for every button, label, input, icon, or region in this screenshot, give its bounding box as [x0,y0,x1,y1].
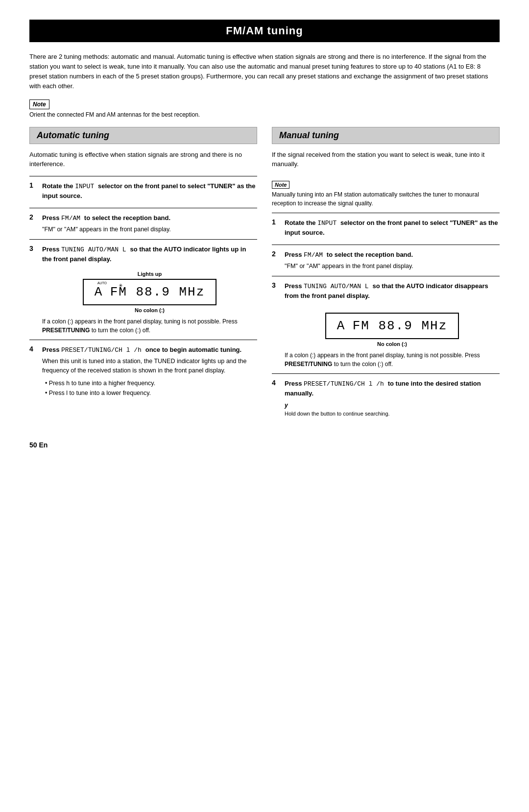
automatic-intro: Automatic tuning is effective when stati… [29,150,257,169]
no-colon-label-manual: No colon (:) [285,341,500,347]
step-4-sub: When this unit is tuned into a station, … [42,357,257,375]
starburst-icon: ✳ [119,281,124,289]
manual-y-block: y Hold down the button to continue searc… [285,401,500,417]
auto-indicator: AUTO [97,281,107,285]
manual-step-3-mono: TUNING AUTO/MAN L [304,283,372,290]
manual-step-1-content: Rotate the INPUT selector on the front p… [285,218,500,240]
step-2-sub: "FM" or "AM" appears in the front panel … [42,225,257,234]
manual-step-number-2: 2 [272,250,281,258]
auto-display-container: Lights up AUTO ✳ A FM 88.9 MHz No colon … [42,271,257,313]
automatic-tuning-section: Automatic tuning Automatic tuning is eff… [29,127,257,403]
step-2-mono: FM/AM [61,215,84,222]
step-2-content: Press FM/AM to select the reception band… [42,213,257,234]
note-main-text: Orient the connected FM and AM antennas … [29,111,500,118]
manual-step-1-title: Rotate the INPUT selector on the front p… [285,218,500,238]
step-3-title: Press TUNING AUTO/MAN L so that the AUTO… [42,245,257,264]
y-note: Hold down the button to continue searchi… [285,411,500,417]
step-2-bold-end: to select the reception band. [84,214,170,221]
no-colon-label-auto: No colon (:) [42,307,257,313]
step-3-mono: TUNING AUTO/MAN L [61,246,130,253]
step-number-2: 2 [29,213,38,221]
manual-step-3-bold-start: Press [285,282,302,290]
step-1-bold-start: Rotate the [42,182,73,190]
bullet-item-2: Press l to tune into a lower frequency. [45,388,257,398]
step-1-content: Rotate the INPUT selector on the front p… [42,181,257,203]
manual-tuning-section: Manual tuning If the signal received fro… [272,127,500,421]
manual-step-2-sub: "FM" or "AM" appears in the front panel … [285,262,500,271]
page-number: 50 En [29,441,500,449]
page-title: FM/AM tuning [29,20,500,42]
step-4-mono: PRESET/TUNING/CH l /h [61,346,145,354]
lights-up-label: Lights up [42,271,257,277]
step-4-bold-once: once [145,346,160,353]
manual-step-3: 3 Press TUNING AUTO/MAN L so that the AU… [272,276,500,373]
manual-step-1-bold-end: selector on the front panel to select "T… [285,219,498,237]
manual-step-2-bold-start: Press [285,251,302,258]
auto-step-3: 3 Press TUNING AUTO/MAN L so that the AU… [29,239,257,340]
manual-step-number-1: 1 [272,218,281,226]
manual-step-3-content: Press TUNING AUTO/MAN L so that the AUTO… [285,281,500,369]
auto-step-1: 1 Rotate the INPUT selector on the front… [29,176,257,208]
auto-display-box: AUTO ✳ A FM 88.9 MHz [83,279,217,305]
manual-step-2-bold-end: to select the reception band. [327,251,413,258]
manual-step-3-title: Press TUNING AUTO/MAN L so that the AUTO… [285,281,500,301]
step-3-bold-start: Press [42,246,59,253]
manual-note-label: Note [272,181,289,189]
manual-intro: If the signal received from the station … [272,150,500,169]
colon-note-manual: If a colon (:) appears in the front pane… [285,351,500,369]
manual-step-4-mono: PRESET/TUNING/CH l /h [304,380,388,388]
bullet-item-1: Press h to tune into a higher frequency. [45,378,257,388]
manual-step-4-bold-start: Press [285,380,302,387]
manual-note-text: Manually tuning into an FM station autom… [272,190,500,208]
y-label: y [285,402,288,409]
manual-step-2-title: Press FM/AM to select the reception band… [285,250,500,260]
auto-step-4: 4 Press PRESET/TUNING/CH l /h once to be… [29,340,257,403]
step-4-content: Press PRESET/TUNING/CH l /h once to begi… [42,345,257,398]
step-1-mono: INPUT [75,183,98,190]
manual-step-number-3: 3 [272,281,281,289]
manual-step-4: 4 Press PRESET/TUNING/CH l /h to tune in… [272,373,500,421]
note-label: Note [29,99,49,109]
step-2-bold-start: Press [42,214,59,221]
manual-display-container: A FM 88.9 MHz No colon (:) [285,308,500,347]
colon-note-auto: If a colon (:) appears in the front pane… [42,317,257,335]
step-number-4: 4 [29,345,38,353]
step-1-bold-end: selector on the front panel to select "T… [42,182,256,200]
manual-tuning-header: Manual tuning [272,127,500,144]
manual-step-1-bold-start: Rotate the [285,219,316,226]
step-4-bold-start: Press [42,346,59,353]
automatic-tuning-header: Automatic tuning [29,127,257,144]
intro-text: There are 2 tuning methods: automatic an… [29,52,500,92]
step-1-title: Rotate the INPUT selector on the front p… [42,181,257,201]
auto-step-2: 2 Press FM/AM to select the reception ba… [29,208,257,239]
step-4-bullets: Press h to tune into a higher frequency.… [42,378,257,398]
step-3-content: Press TUNING AUTO/MAN L so that the AUTO… [42,245,257,335]
two-column-layout: Automatic tuning Automatic tuning is eff… [29,127,500,421]
manual-step-number-4: 4 [272,379,281,387]
manual-step-2-mono: FM/AM [304,251,327,259]
manual-display-box: A FM 88.9 MHz [325,313,459,339]
step-number-3: 3 [29,245,38,252]
step-number-1: 1 [29,181,38,189]
manual-step-4-content: Press PRESET/TUNING/CH l /h to tune into… [285,379,500,417]
step-2-title: Press FM/AM to select the reception band… [42,213,257,223]
manual-step-1-mono: INPUT [317,220,340,227]
manual-step-1: 1 Rotate the INPUT selector on the front… [272,213,500,245]
step-4-bold-end: to begin automatic tuning. [162,346,242,353]
manual-step-2: 2 Press FM/AM to select the reception ba… [272,245,500,276]
step-4-title: Press PRESET/TUNING/CH l /h once to begi… [42,345,257,355]
manual-step-2-content: Press FM/AM to select the reception band… [285,250,500,271]
manual-step-4-title: Press PRESET/TUNING/CH l /h to tune into… [285,379,500,398]
